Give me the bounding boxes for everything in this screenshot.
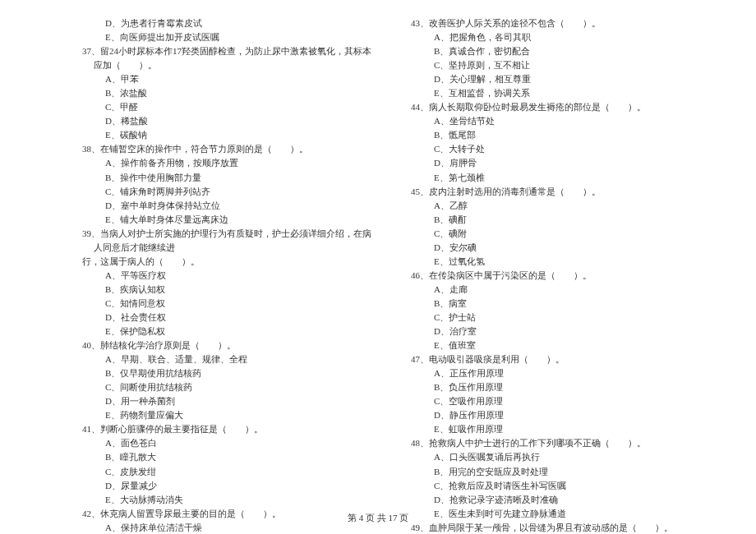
answer-option: B、浓盐酸 (82, 86, 378, 100)
answer-option: C、坚持原则，互不相让 (411, 58, 707, 72)
answer-option: E、保护隐私权 (82, 325, 378, 338)
answer-option: D、治疗室 (411, 325, 707, 338)
page-content: D、为患者行青霉素皮试E、向医师提出加开皮试医嘱37、留24小时尿标本作17羟类… (0, 0, 756, 501)
answer-option: C、护士站 (411, 311, 707, 325)
answer-option: D、关心理解，相互尊重 (411, 72, 707, 86)
answer-option: C、间断使用抗结核药 (82, 380, 378, 394)
question-stem: 47、电动吸引器吸痰是利用（ ）。 (411, 352, 707, 366)
question-stem: 41、判断心脏骤停的最主要指征是（ ）。 (82, 422, 378, 436)
question-stem: 40、肺结核化学治疗原则是（ ）。 (82, 338, 378, 352)
answer-option: B、骶尾部 (411, 128, 707, 142)
answer-option: A、把握角色，各司其职 (411, 30, 707, 44)
answer-option: D、静压作用原理 (411, 408, 707, 422)
answer-option: C、碘附 (411, 227, 707, 241)
answer-option: D、塞中单时身体保持站立位 (82, 199, 378, 213)
answer-option: D、尿量减少 (82, 479, 378, 493)
answer-option: A、乙醇 (411, 199, 707, 213)
answer-option: E、虹吸作用原理 (411, 422, 707, 436)
question-stem: 48、抢救病人中护士进行的工作下列哪项不正确（ ）。 (411, 436, 707, 450)
question-stem: 行，这属于病人的（ ）。 (82, 255, 378, 269)
answer-option: D、社会责任权 (82, 311, 378, 325)
answer-option: E、铺大单时身体尽量远离床边 (82, 213, 378, 227)
question-stem: 45、皮内注射时选用的消毒剂通常是（ ）。 (411, 185, 707, 199)
answer-option: D、抢救记录字迹清晰及时准确 (411, 493, 707, 507)
answer-option: E、第七颈椎 (411, 171, 707, 185)
left-column: D、为患者行青霉素皮试E、向医师提出加开皮试医嘱37、留24小时尿标本作17羟类… (82, 16, 378, 468)
answer-option: A、甲苯 (82, 72, 378, 86)
answer-option: C、抢救后应及时请医生补写医嘱 (411, 479, 707, 493)
answer-option: D、肩胛骨 (411, 156, 707, 170)
answer-option: D、用一种杀菌剂 (82, 394, 378, 408)
question-stem: 38、在铺暂空床的操作中，符合节力原则的是（ ）。 (82, 142, 378, 156)
answer-option: E、值班室 (411, 338, 707, 352)
answer-option: E、大动脉搏动消失 (82, 493, 378, 507)
question-stem: 37、留24小时尿标本作17羟类固醇检查，为防止尿中激素被氧化，其标本应加（ ）… (82, 44, 378, 72)
question-stem: 39、当病人对护士所实施的护理行为有质疑时，护士必须详细介绍，在病人同意后才能继… (82, 227, 378, 255)
answer-option: E、向医师提出加开皮试医嘱 (82, 30, 378, 44)
answer-option: C、空吸作用原理 (411, 394, 707, 408)
answer-option: A、早期、联合、适量、规律、全程 (82, 352, 378, 366)
answer-option: C、铺床角时两脚并列站齐 (82, 185, 378, 199)
answer-option: B、碘酊 (411, 213, 707, 227)
answer-option: B、负压作用原理 (411, 380, 707, 394)
answer-option: E、药物剂量应偏大 (82, 408, 378, 422)
answer-option: B、真诚合作，密切配合 (411, 44, 707, 58)
answer-option: D、为患者行青霉素皮试 (82, 16, 378, 30)
answer-option: B、疾病认知权 (82, 283, 378, 297)
answer-option: A、坐骨结节处 (411, 114, 707, 128)
answer-option: C、皮肤发绀 (82, 465, 378, 479)
answer-option: C、甲醛 (82, 100, 378, 114)
answer-option: B、用完的空安瓿应及时处理 (411, 465, 707, 479)
answer-option: B、仅早期使用抗结核药 (82, 366, 378, 380)
answer-option: B、病室 (411, 297, 707, 311)
answer-option: A、操作前备齐用物，按顺序放置 (82, 156, 378, 170)
answer-option: A、面色苍白 (82, 436, 378, 450)
right-column: 43、改善医护人际关系的途径不包含（ ）。A、把握角色，各司其职B、真诚合作，密… (411, 16, 707, 468)
question-stem: 44、病人长期取仰卧位时最易发生褥疮的部位是（ ）。 (411, 100, 707, 114)
answer-option: B、操作中使用胸部力量 (82, 171, 378, 185)
answer-option: D、稀盐酸 (82, 114, 378, 128)
page-footer: 第 4 页 共 17 页 (0, 512, 756, 524)
answer-option: A、口头医嘱复诵后再执行 (411, 450, 707, 464)
answer-option: A、正压作用原理 (411, 366, 707, 380)
answer-option: E、过氧化氢 (411, 255, 707, 269)
answer-option: C、知情同意权 (82, 297, 378, 311)
answer-option: E、碳酸钠 (82, 128, 378, 142)
answer-option: C、大转子处 (411, 142, 707, 156)
answer-option: B、瞳孔散大 (82, 450, 378, 464)
answer-option: A、平等医疗权 (82, 269, 378, 283)
question-stem: 46、在传染病区中属于污染区的是（ ）。 (411, 269, 707, 283)
answer-option: E、互相监督，协调关系 (411, 86, 707, 100)
question-stem: 43、改善医护人际关系的途径不包含（ ）。 (411, 16, 707, 30)
answer-option: A、走廊 (411, 283, 707, 297)
answer-option: D、安尔碘 (411, 241, 707, 255)
